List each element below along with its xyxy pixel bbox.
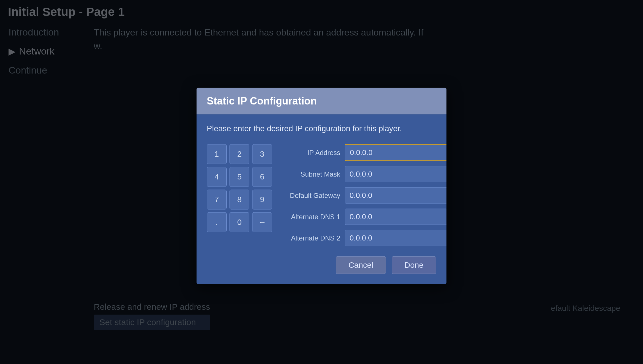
form-fields: IP Address Subnet Mask Default Gateway A… — [283, 144, 446, 246]
static-ip-dialog: Static IP Configuration Please enter the… — [197, 88, 446, 284]
numpad-key-5[interactable]: 5 — [229, 167, 249, 187]
numpad-key-7[interactable]: 7 — [207, 190, 227, 210]
numpad: 1 2 3 4 5 6 7 8 9 . 0 ← — [207, 144, 272, 232]
numpad-key-backspace[interactable]: ← — [252, 212, 272, 232]
numpad-key-2[interactable]: 2 — [229, 144, 249, 164]
dialog-body: Please enter the desired IP configuratio… — [197, 114, 446, 284]
dialog-buttons: Cancel Done — [207, 256, 436, 274]
numpad-key-3[interactable]: 3 — [252, 144, 272, 164]
alternate-dns1-row: Alternate DNS 1 — [283, 209, 446, 225]
alternate-dns1-label: Alternate DNS 1 — [283, 213, 340, 221]
dialog-title: Static IP Configuration — [207, 95, 436, 107]
ip-address-row: IP Address — [283, 144, 446, 161]
dialog-content: 1 2 3 4 5 6 7 8 9 . 0 ← IP Address — [207, 144, 436, 246]
alternate-dns1-input[interactable] — [345, 209, 446, 225]
cancel-button[interactable]: Cancel — [336, 256, 386, 274]
numpad-key-8[interactable]: 8 — [229, 190, 249, 210]
dialog-header: Static IP Configuration — [197, 88, 446, 114]
dialog-description: Please enter the desired IP configuratio… — [207, 123, 436, 134]
default-gateway-label: Default Gateway — [283, 191, 340, 199]
done-button[interactable]: Done — [392, 256, 436, 274]
numpad-key-1[interactable]: 1 — [207, 144, 227, 164]
alternate-dns2-row: Alternate DNS 2 — [283, 230, 446, 246]
alternate-dns2-input[interactable] — [345, 230, 446, 246]
numpad-key-dot[interactable]: . — [207, 212, 227, 232]
default-gateway-input[interactable] — [345, 187, 446, 204]
numpad-key-9[interactable]: 9 — [252, 190, 272, 210]
numpad-key-6[interactable]: 6 — [252, 167, 272, 187]
subnet-mask-row: Subnet Mask — [283, 166, 446, 182]
numpad-key-4[interactable]: 4 — [207, 167, 227, 187]
ip-address-label: IP Address — [283, 148, 340, 156]
ip-address-input[interactable] — [345, 144, 446, 161]
numpad-key-0[interactable]: 0 — [229, 212, 249, 232]
default-gateway-row: Default Gateway — [283, 187, 446, 204]
subnet-mask-label: Subnet Mask — [283, 170, 340, 178]
alternate-dns2-label: Alternate DNS 2 — [283, 234, 340, 242]
subnet-mask-input[interactable] — [345, 166, 446, 182]
